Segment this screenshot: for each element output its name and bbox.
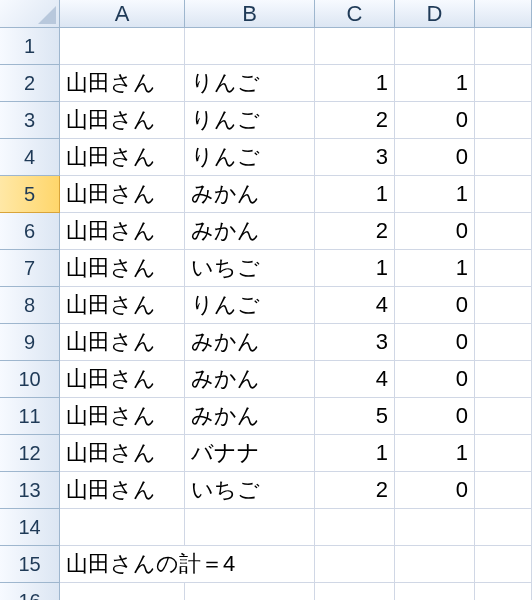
cell-D12[interactable]: 1 <box>395 435 475 472</box>
cell-extra-11[interactable] <box>475 398 532 435</box>
row-header-13[interactable]: 13 <box>0 472 60 509</box>
cell-extra-2[interactable] <box>475 65 532 102</box>
cell-A15[interactable]: 山田さんの計＝4 <box>60 546 315 583</box>
cell-A13[interactable]: 山田さん <box>60 472 185 509</box>
cell-extra-3[interactable] <box>475 102 532 139</box>
cell-D14[interactable] <box>395 509 475 546</box>
cell-B3[interactable]: りんご <box>185 102 315 139</box>
cell-C14[interactable] <box>315 509 395 546</box>
column-header-D[interactable]: D <box>395 0 475 28</box>
cell-C1[interactable] <box>315 28 395 65</box>
cell-A4[interactable]: 山田さん <box>60 139 185 176</box>
cell-A12[interactable]: 山田さん <box>60 435 185 472</box>
cell-B13[interactable]: いちご <box>185 472 315 509</box>
cell-extra-5[interactable] <box>475 176 532 213</box>
row-header-15[interactable]: 15 <box>0 546 60 583</box>
cell-D6[interactable]: 0 <box>395 213 475 250</box>
cell-C5[interactable]: 1 <box>315 176 395 213</box>
cell-D11[interactable]: 0 <box>395 398 475 435</box>
cell-D1[interactable] <box>395 28 475 65</box>
row-header-10[interactable]: 10 <box>0 361 60 398</box>
cell-D13[interactable]: 0 <box>395 472 475 509</box>
cell-D15[interactable] <box>395 546 475 583</box>
row-header-3[interactable]: 3 <box>0 102 60 139</box>
cell-B5[interactable]: みかん <box>185 176 315 213</box>
cell-D4[interactable]: 0 <box>395 139 475 176</box>
cell-C8[interactable]: 4 <box>315 287 395 324</box>
column-header-C[interactable]: C <box>315 0 395 28</box>
cell-B11[interactable]: みかん <box>185 398 315 435</box>
cell-extra-7[interactable] <box>475 250 532 287</box>
column-header-extra[interactable] <box>475 0 532 28</box>
cell-C9[interactable]: 3 <box>315 324 395 361</box>
cell-A11[interactable]: 山田さん <box>60 398 185 435</box>
cell-B12[interactable]: バナナ <box>185 435 315 472</box>
cell-A5[interactable]: 山田さん <box>60 176 185 213</box>
cell-B16[interactable] <box>185 583 315 600</box>
column-header-B[interactable]: B <box>185 0 315 28</box>
cell-C12[interactable]: 1 <box>315 435 395 472</box>
cell-B1[interactable] <box>185 28 315 65</box>
cell-extra-15[interactable] <box>475 546 532 583</box>
row-header-16[interactable]: 16 <box>0 583 60 600</box>
cell-A6[interactable]: 山田さん <box>60 213 185 250</box>
row-header-1[interactable]: 1 <box>0 28 60 65</box>
cell-extra-13[interactable] <box>475 472 532 509</box>
cell-B10[interactable]: みかん <box>185 361 315 398</box>
row-header-6[interactable]: 6 <box>0 213 60 250</box>
row-header-11[interactable]: 11 <box>0 398 60 435</box>
cell-A10[interactable]: 山田さん <box>60 361 185 398</box>
row-header-12[interactable]: 12 <box>0 435 60 472</box>
cell-extra-4[interactable] <box>475 139 532 176</box>
cell-C13[interactable]: 2 <box>315 472 395 509</box>
cell-A2[interactable]: 山田さん <box>60 65 185 102</box>
cell-B4[interactable]: りんご <box>185 139 315 176</box>
cell-C2[interactable]: 1 <box>315 65 395 102</box>
cell-C4[interactable]: 3 <box>315 139 395 176</box>
cell-B6[interactable]: みかん <box>185 213 315 250</box>
row-header-5[interactable]: 5 <box>0 176 60 213</box>
cell-extra-9[interactable] <box>475 324 532 361</box>
cell-C3[interactable]: 2 <box>315 102 395 139</box>
cell-C11[interactable]: 5 <box>315 398 395 435</box>
cell-D16[interactable] <box>395 583 475 600</box>
cell-A8[interactable]: 山田さん <box>60 287 185 324</box>
cell-A7[interactable]: 山田さん <box>60 250 185 287</box>
row-header-9[interactable]: 9 <box>0 324 60 361</box>
cell-B8[interactable]: りんご <box>185 287 315 324</box>
cell-C16[interactable] <box>315 583 395 600</box>
column-header-A[interactable]: A <box>60 0 185 28</box>
cell-extra-6[interactable] <box>475 213 532 250</box>
cell-extra-16[interactable] <box>475 583 532 600</box>
cell-extra-14[interactable] <box>475 509 532 546</box>
cell-A3[interactable]: 山田さん <box>60 102 185 139</box>
cell-C7[interactable]: 1 <box>315 250 395 287</box>
cell-A1[interactable] <box>60 28 185 65</box>
cell-A16[interactable] <box>60 583 185 600</box>
cell-A9[interactable]: 山田さん <box>60 324 185 361</box>
cell-extra-12[interactable] <box>475 435 532 472</box>
cell-D5[interactable]: 1 <box>395 176 475 213</box>
cell-D10[interactable]: 0 <box>395 361 475 398</box>
cell-D7[interactable]: 1 <box>395 250 475 287</box>
cell-extra-8[interactable] <box>475 287 532 324</box>
select-all-corner[interactable] <box>0 0 60 28</box>
row-header-2[interactable]: 2 <box>0 65 60 102</box>
cell-D2[interactable]: 1 <box>395 65 475 102</box>
cell-C10[interactable]: 4 <box>315 361 395 398</box>
cell-B2[interactable]: りんご <box>185 65 315 102</box>
cell-A14[interactable] <box>60 509 185 546</box>
cell-extra-10[interactable] <box>475 361 532 398</box>
cell-B14[interactable] <box>185 509 315 546</box>
row-header-8[interactable]: 8 <box>0 287 60 324</box>
cell-D8[interactable]: 0 <box>395 287 475 324</box>
cell-B7[interactable]: いちご <box>185 250 315 287</box>
row-header-14[interactable]: 14 <box>0 509 60 546</box>
row-header-4[interactable]: 4 <box>0 139 60 176</box>
cell-B9[interactable]: みかん <box>185 324 315 361</box>
cell-C6[interactable]: 2 <box>315 213 395 250</box>
spreadsheet-grid[interactable]: ABCD12山田さんりんご113山田さんりんご204山田さんりんご305山田さん… <box>0 0 532 600</box>
cell-C15[interactable] <box>315 546 395 583</box>
cell-extra-1[interactable] <box>475 28 532 65</box>
cell-D3[interactable]: 0 <box>395 102 475 139</box>
